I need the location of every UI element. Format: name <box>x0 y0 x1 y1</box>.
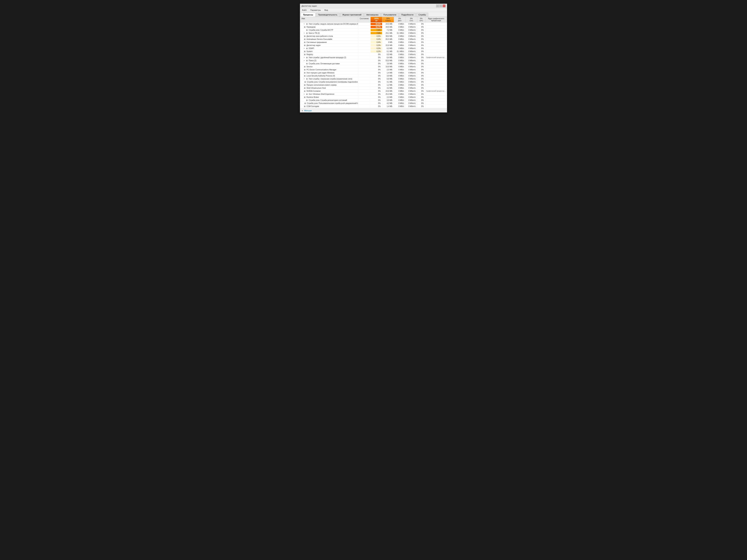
process-network: 0 Мбит/с <box>406 59 417 62</box>
maximize-button[interactable]: □ <box>439 4 442 7</box>
process-gpu-engine <box>426 60 447 61</box>
process-name-text: Служба узла: Служба пользователя платфор… <box>307 81 358 83</box>
table-row[interactable]: ⊞ Служба узла: Служба репозитория состоя… <box>300 99 447 102</box>
col-gpu[interactable]: 0%GPU <box>417 17 426 22</box>
column-headers: Имя Состояние 100%ЦП 30%Память 0%Диск 0%… <box>300 17 447 22</box>
footer[interactable]: ▲ Меньше <box>300 109 447 112</box>
tab-startup[interactable]: Автозагрузка <box>364 13 381 17</box>
col-network[interactable]: 0%Сеть <box>406 17 417 22</box>
process-name: ⊞ Runtime Broker <box>300 96 358 99</box>
process-status <box>358 79 370 79</box>
table-row[interactable]: ▾ ⊞ Поиск (2) 0% 53,0 МБ 0 МБ/с 0 Мбит/с… <box>300 59 447 62</box>
expand-icon[interactable]: ▾ <box>303 32 305 34</box>
table-row[interactable]: ⊞ Процесс исполнения клиент-сервер 0% 1,… <box>300 83 447 86</box>
expand-icon[interactable]: ▾ <box>303 93 305 95</box>
col-cpu[interactable]: 100%ЦП <box>370 17 382 22</box>
process-name: ▾ ⊞ Узел службы: локальная служба (огран… <box>300 77 358 80</box>
expand-icon[interactable]: ▾ <box>303 47 305 49</box>
table-row[interactable]: ⊞ Системные прерывания 0,4% 0 МБ 0 МБ/с … <box>300 41 447 44</box>
process-gpu-engine <box>426 30 447 30</box>
table-row[interactable]: ⊞ Shell Infrastructure Host 0% 4,2 МБ 0 … <box>300 86 447 89</box>
menu-file[interactable]: Файл <box>301 9 307 11</box>
tab-services[interactable]: Службы <box>416 13 428 17</box>
table-row[interactable]: ▾ ⊞ DSAPI 0,3% 6,3 МБ 0 МБ/с 0 Мбит/с 0% <box>300 47 447 50</box>
table-row[interactable]: ⊞ Хост-процесс для задач Windows 0% 1,4 … <box>300 71 447 74</box>
col-memory[interactable]: 30%Память <box>382 17 394 22</box>
process-gpu-engine <box>426 76 447 76</box>
process-cpu: 0,5% <box>370 35 382 37</box>
table-row[interactable]: ⊞ Runtime Broker 0% 2,3 МБ 0 МБ/с 0 Мбит… <box>300 96 447 99</box>
process-name-text: Узел службы: модуль запуска процессов DC… <box>309 23 358 25</box>
table-row[interactable]: ⊞ COM Surrogate 0% 1,4 МБ 0 МБ/с 0 Мбит/… <box>300 105 447 108</box>
process-icon: ⊞ <box>304 102 306 104</box>
table-row[interactable]: ▾ ⊞ Узел службы: модуль запуска процессо… <box>300 22 447 26</box>
table-row[interactable]: ⊞ Служба узла: Оптимизация доставки 0% 3… <box>300 62 447 65</box>
process-network: 0 Мбит/с <box>406 50 417 53</box>
process-name-text: Служба узла: Оптимизация доставки <box>309 63 340 64</box>
table-row[interactable]: ⊞ Antimalware Service Executable 0,4% 65… <box>300 38 447 41</box>
process-network: 0 Мбит/с <box>406 32 417 34</box>
table-row[interactable]: ⊞ Диспетчер окон рабочего стола 0,5% 38,… <box>300 35 447 38</box>
process-cpu: 0% <box>370 75 382 77</box>
footer-label[interactable]: Меньше <box>304 109 312 112</box>
table-row[interactable]: ⊞ Служба узла: Служба AVCTP 7,8% 7,2 МБ … <box>300 29 447 32</box>
process-cpu: 0% <box>370 72 382 74</box>
table-row[interactable]: ⊞ Registry 0% 0,5 МБ 0 МБ/с 0 Мбит/с 0% <box>300 53 447 56</box>
tab-processes[interactable]: Процессы <box>301 13 315 17</box>
table-row[interactable]: ⊞ Служба узла: Пользовательская служба p… <box>300 102 447 105</box>
table-row[interactable]: ⊞ Служба узла: Служба пользователя платф… <box>300 80 447 83</box>
tab-details[interactable]: Подробности <box>399 13 416 17</box>
tab-app-history[interactable]: Журнал приложений <box>340 13 364 17</box>
process-network: 0 Мбит/с <box>406 96 417 98</box>
table-row[interactable]: ⊞ Service 0% 10,6 МБ 0 МБ/с 0 Мбит/с 0% <box>300 65 447 68</box>
col-gpu-engine[interactable]: Ядро графического процессора <box>426 17 447 22</box>
process-disk: 0,1 МБ/с <box>394 50 406 53</box>
process-name: ⊞ System <box>300 50 358 53</box>
expand-icon[interactable]: ▾ <box>303 78 305 80</box>
tab-users[interactable]: Пользователи <box>381 13 398 17</box>
process-gpu-engine <box>426 73 447 73</box>
process-cpu: 0% <box>370 84 382 86</box>
expand-icon[interactable]: ▾ <box>303 60 305 61</box>
process-status <box>358 54 370 55</box>
process-network: 0 Мбит/с <box>406 78 417 80</box>
close-button[interactable]: ✕ <box>443 4 445 7</box>
table-row[interactable]: ▾ ⊞ Узел службы: удалённый вызов процеду… <box>300 56 447 59</box>
minimize-button[interactable]: — <box>436 4 439 7</box>
process-name-text: Shell Infrastructure Host <box>307 87 326 89</box>
table-row[interactable]: ⊞ Local Security Authority Process (4) 0… <box>300 74 447 77</box>
process-name: ▾ ⊞ Узел службы: модуль запуска процессо… <box>300 22 358 25</box>
tab-performance[interactable]: Производительность <box>316 13 340 17</box>
menu-options[interactable]: Параметры <box>310 9 321 11</box>
process-gpu-engine <box>426 27 447 27</box>
process-cpu: 0% <box>370 108 382 109</box>
table-row[interactable]: ▾ ⊞ Кино и ТВ (2) 7,0% 29,1 МБ 0,1 МБ/с … <box>300 32 447 35</box>
table-row[interactable]: ▾ ⊞ Хост Windows Shell Experience 0% 25,… <box>300 92 447 96</box>
table-row[interactable]: ⊞ Проводник 32,7% 34,5 МБ 0 МБ/с 0 Мбит/… <box>300 26 447 29</box>
process-gpu: 0% <box>417 69 426 71</box>
process-icon: ⊞ <box>304 50 306 53</box>
process-gpu-engine <box>426 45 447 46</box>
col-disk[interactable]: 0%Диск <box>394 17 406 22</box>
table-row[interactable]: ⊞ CTF-загрузчик 0% 6,0 МБ 0 МБ/с 0 Мбит/… <box>300 108 447 109</box>
table-row[interactable]: ▾ ⊞ Узел службы: локальная служба (огран… <box>300 77 447 80</box>
expand-icon[interactable]: ▾ <box>303 56 305 58</box>
menu-view[interactable]: Вид <box>324 9 329 11</box>
table-row[interactable]: ⊞ System 0,3% 0,1 МБ 0,1 МБ/с 0 Мбит/с 0… <box>300 50 447 53</box>
table-row[interactable]: ⊞ PC-Doctor Communications Manager 0% 2,… <box>300 68 447 71</box>
col-name[interactable]: Имя <box>300 17 358 22</box>
process-disk: 0 МБ/с <box>394 105 406 108</box>
process-name: ▾ ⊞ Хост Windows Shell Experience <box>300 92 358 96</box>
table-row[interactable]: ⊞ NVIDIA Container 0% 23,6 МБ 0 МБ/с 0 М… <box>300 89 447 92</box>
process-cpu: 0% <box>370 56 382 59</box>
process-icon: ⊞ <box>304 75 306 77</box>
process-disk: 0 МБ/с <box>394 108 406 109</box>
process-disk: 0 МБ/с <box>394 26 406 28</box>
process-gpu-engine <box>426 66 447 67</box>
table-row[interactable]: ⊞ Диспетчер задач 0,3% 22,6 МБ 0 МБ/с 0 … <box>300 44 447 47</box>
process-status <box>358 88 370 88</box>
process-status <box>358 73 370 73</box>
process-gpu: 0% <box>417 81 426 83</box>
expand-icon[interactable]: ▾ <box>303 23 305 25</box>
col-status[interactable]: Состояние <box>358 17 370 22</box>
